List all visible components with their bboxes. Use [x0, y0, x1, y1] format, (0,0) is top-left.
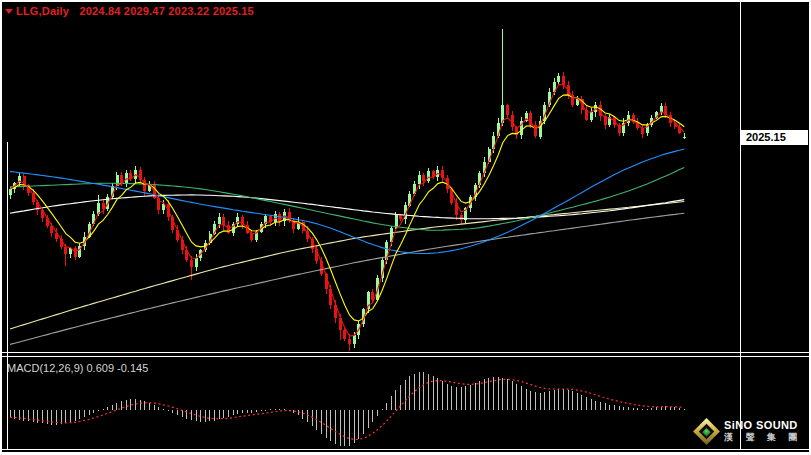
panel-separator-top[interactable]: [0, 352, 811, 353]
ma-blue-line: [10, 149, 684, 254]
dropdown-triangle-icon: [5, 9, 13, 14]
sino-sound-logo-icon: [693, 418, 720, 445]
macd-values: 0.609 -0.145: [86, 362, 148, 374]
watermark-chinese: 漢 聲 集 團: [724, 432, 803, 443]
candlestick-series: [9, 29, 686, 351]
window-border-left: [0, 0, 2, 455]
macd-name: MACD(12,26,9): [7, 362, 83, 374]
main-chart-canvas[interactable]: [0, 0, 740, 352]
chart-title: LLG,Daily 2024.84 2029.47 2023.22 2025.1…: [16, 5, 254, 17]
vertical-line-object: [7, 142, 8, 449]
symbol-timeframe-label: LLG,Daily: [16, 5, 69, 17]
axis-divider[interactable]: [740, 0, 741, 450]
macd-bottom-border: [0, 449, 811, 450]
macd-signal-line: [10, 379, 684, 439]
ma-white-line: [10, 195, 684, 219]
panel-separator-bottom: [0, 356, 811, 357]
price-axis[interactable]: 2136.502103.252070.002036.752003.501970.…: [740, 0, 811, 455]
chart-window: LLG,Daily 2024.84 2029.47 2023.22 2025.1…: [0, 0, 811, 455]
broker-watermark: SiNO SOUND 漢 聲 集 團: [694, 419, 803, 444]
window-border-top: [0, 0, 811, 2]
watermark-brand: SiNO SOUND: [724, 420, 803, 431]
current-price-tag: 2025.15: [741, 130, 808, 145]
watermark-text: SiNO SOUND 漢 聲 集 團: [724, 420, 803, 443]
ma-yellow-line: [10, 95, 684, 321]
current-price-label: 2025.15: [746, 131, 786, 143]
ohlc-values-label: 2024.84 2029.47 2023.22 2025.15: [79, 5, 253, 17]
ma-gray-line: [10, 213, 684, 344]
macd-indicator-label: MACD(12,26,9) 0.609 -0.145: [7, 362, 148, 374]
macd-histogram: [10, 372, 684, 446]
